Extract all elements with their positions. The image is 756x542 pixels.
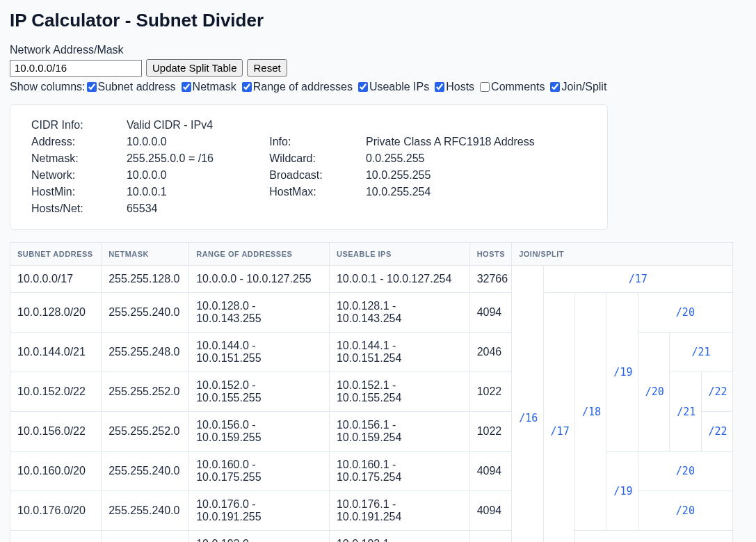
col-joinsplit-label: Join/Split <box>561 81 606 93</box>
join-link-17[interactable]: /17 <box>543 293 574 543</box>
join-link-19b[interactable]: /19 <box>606 452 638 531</box>
info-label: Info: <box>269 136 362 148</box>
cell-subnet: 10.0.176.0/20 <box>10 491 102 531</box>
cell-hosts: 4094 <box>469 452 512 491</box>
cell-range: 10.0.192.0 - 10.0.255.255 <box>189 531 330 543</box>
network-input[interactable] <box>10 60 142 77</box>
cell-range: 10.0.156.0 - 10.0.159.255 <box>189 412 330 452</box>
cell-range: 10.0.160.0 - 10.0.175.255 <box>189 452 330 491</box>
join-link-21[interactable]: /21 <box>670 372 701 452</box>
cell-netmask: 255.255.252.0 <box>102 372 189 412</box>
cell-useable: 10.0.152.1 - 10.0.155.254 <box>329 372 469 412</box>
cell-netmask: 255.255.240.0 <box>102 452 189 491</box>
cell-netmask: 255.255.240.0 <box>102 491 189 531</box>
join-link-20[interactable]: /20 <box>638 333 669 452</box>
cell-hosts: 32766 <box>469 266 512 293</box>
split-link-18[interactable]: /18 <box>574 531 732 543</box>
split-link-20d[interactable]: /20 <box>638 491 732 531</box>
cell-netmask: 255.255.192.0 <box>102 531 189 543</box>
table-row: 10.0.192.0/18 255.255.192.0 10.0.192.0 -… <box>10 531 733 543</box>
table-row: 10.0.0.0/17 255.255.128.0 10.0.0.0 - 10.… <box>10 266 733 293</box>
table-row: 10.0.160.0/20 255.255.240.0 10.0.160.0 -… <box>10 452 733 491</box>
cell-useable: 10.0.144.1 - 10.0.151.254 <box>329 333 469 372</box>
cell-subnet: 10.0.128.0/20 <box>10 293 102 333</box>
split-link-20[interactable]: /20 <box>638 293 732 333</box>
th-useable: Useable IPs <box>329 243 469 266</box>
cidr-info-card: CIDR Info: Valid CIDR - IPv4 Address: 10… <box>10 104 608 230</box>
cell-range: 10.0.152.0 - 10.0.155.255 <box>189 372 330 412</box>
address-value: 10.0.0.0 <box>127 136 265 148</box>
col-range-checkbox[interactable] <box>242 82 252 92</box>
cell-useable: 10.0.156.1 - 10.0.159.254 <box>329 412 469 452</box>
split-link-21[interactable]: /21 <box>670 333 733 372</box>
cell-netmask: 255.255.128.0 <box>102 266 189 293</box>
th-joinsplit: Join/Split <box>512 243 733 266</box>
cell-range: 10.0.0.0 - 10.0.127.255 <box>189 266 330 293</box>
subnet-table: Subnet address Netmask Range of addresse… <box>10 242 733 542</box>
cell-hosts: 1022 <box>469 412 512 452</box>
cell-useable: 10.0.0.1 - 10.0.127.254 <box>329 266 469 293</box>
th-subnet: Subnet address <box>10 243 102 266</box>
split-link-20c[interactable]: /20 <box>638 452 732 491</box>
hostmax-value: 10.0.255.254 <box>366 186 586 198</box>
join-link-19[interactable]: /19 <box>606 293 638 452</box>
cell-subnet: 10.0.192.0/18 <box>10 531 102 543</box>
col-hosts-label: Hosts <box>446 81 474 93</box>
hostsnet-value: 65534 <box>127 202 586 215</box>
hostmin-label: HostMin: <box>31 186 122 198</box>
cell-netmask: 255.255.248.0 <box>102 333 189 372</box>
wildcard-label: Wildcard: <box>269 152 362 165</box>
th-range: Range of addresses <box>189 243 330 266</box>
broadcast-label: Broadcast: <box>269 169 362 182</box>
page-title: IP Calculator - Subnet Divider <box>10 10 746 31</box>
col-comments-checkbox[interactable] <box>480 82 490 92</box>
col-subnet-label: Subnet address <box>98 81 176 93</box>
col-useable-label: Useable IPs <box>369 81 429 93</box>
reset-button[interactable]: Reset <box>247 59 287 77</box>
cell-useable: 10.0.160.1 - 10.0.175.254 <box>329 452 469 491</box>
broadcast-value: 10.0.255.255 <box>366 169 586 182</box>
table-row: 10.0.128.0/20 255.255.240.0 10.0.128.0 -… <box>10 293 733 333</box>
th-netmask: Netmask <box>102 243 189 266</box>
split-link-22[interactable]: /22 <box>701 372 732 412</box>
col-useable-checkbox[interactable] <box>358 82 368 92</box>
cell-range: 10.0.176.0 - 10.0.191.255 <box>189 491 330 531</box>
join-link-18[interactable]: /18 <box>574 293 606 531</box>
col-netmask-checkbox[interactable] <box>182 82 191 92</box>
cell-hosts: 16382 <box>469 531 512 543</box>
cell-range: 10.0.128.0 - 10.0.143.255 <box>189 293 330 333</box>
wildcard-value: 0.0.255.255 <box>366 152 586 165</box>
netmask-value: 255.255.0.0 = /16 <box>127 152 265 165</box>
cell-hosts: 2046 <box>469 333 512 372</box>
col-comments-label: Comments <box>491 81 545 93</box>
col-hosts-checkbox[interactable] <box>435 82 444 92</box>
cell-netmask: 255.255.240.0 <box>102 293 189 333</box>
cell-useable: 10.0.128.1 - 10.0.143.254 <box>329 293 469 333</box>
show-columns-label: Show columns: <box>10 81 86 93</box>
join-link-16[interactable]: /16 <box>512 266 543 543</box>
update-split-table-button[interactable]: Update Split Table <box>146 59 243 77</box>
network-label: Network Address/Mask <box>10 44 746 56</box>
hostsnet-label: Hosts/Net: <box>31 202 122 215</box>
split-link-22b[interactable]: /22 <box>701 412 732 452</box>
col-joinsplit-checkbox[interactable] <box>550 82 560 92</box>
cell-subnet: 10.0.144.0/21 <box>10 333 102 372</box>
info-value: Private Class A RFC1918 Address <box>366 136 586 148</box>
cidr-info-value: Valid CIDR - IPv4 <box>127 119 586 131</box>
network-value: 10.0.0.0 <box>127 169 265 182</box>
cell-subnet: 10.0.156.0/22 <box>10 412 102 452</box>
cell-useable: 10.0.176.1 - 10.0.191.254 <box>329 491 469 531</box>
split-link-17[interactable]: /17 <box>543 266 732 293</box>
cell-range: 10.0.144.0 - 10.0.151.255 <box>189 333 330 372</box>
address-label: Address: <box>31 136 122 148</box>
table-header-row: Subnet address Netmask Range of addresse… <box>10 243 733 266</box>
cell-hosts: 4094 <box>469 491 512 531</box>
cell-subnet: 10.0.0.0/17 <box>10 266 102 293</box>
hostmax-label: HostMax: <box>269 186 362 198</box>
network-label2: Network: <box>31 169 122 182</box>
cell-useable: 10.0.192.1 - 10.0.255.254 <box>329 531 469 543</box>
hostmin-value: 10.0.0.1 <box>127 186 265 198</box>
cell-hosts: 4094 <box>469 293 512 333</box>
col-subnet-checkbox[interactable] <box>87 82 97 92</box>
cell-netmask: 255.255.252.0 <box>102 412 189 452</box>
